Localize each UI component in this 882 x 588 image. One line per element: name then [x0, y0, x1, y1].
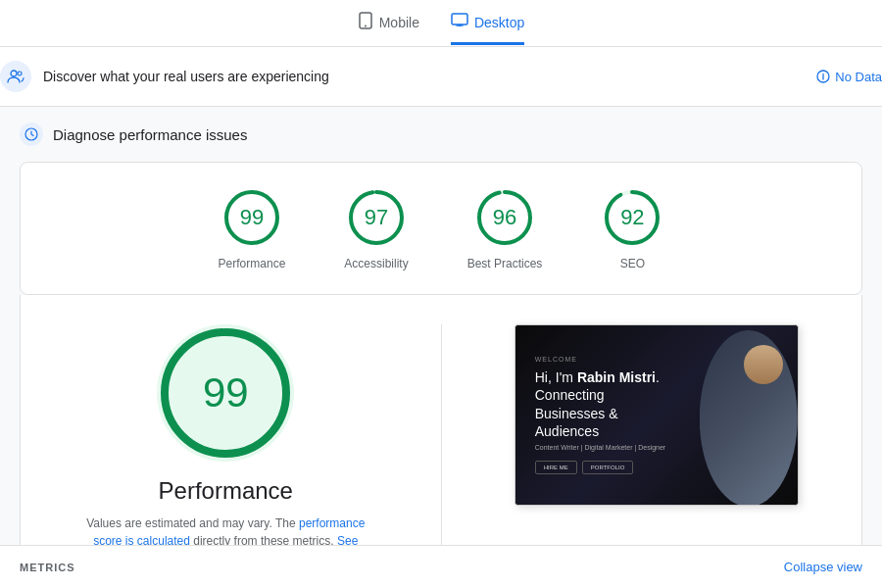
- real-users-banner: Discover what your real users are experi…: [0, 47, 882, 107]
- no-data-button[interactable]: No Data: [816, 70, 882, 84]
- users-icon: [0, 61, 31, 92]
- score-card-best-practices: 96 Best Practices: [467, 186, 543, 270]
- diagnose-icon: [20, 122, 43, 146]
- score-value-seo: 92: [620, 205, 644, 230]
- headline-start: Hi, I'm: [535, 369, 577, 385]
- tab-mobile-label: Mobile: [379, 15, 419, 30]
- nav-tabs: Mobile Desktop: [358, 12, 525, 46]
- collapse-button[interactable]: Collapse view: [784, 560, 862, 574]
- preview-headline: Hi, I'm Rabin Mistri. Connecting Busines…: [535, 368, 668, 440]
- metrics-label: METRICS: [20, 562, 75, 573]
- headline-bold: Rabin Mistri: [577, 369, 656, 385]
- preview-inner: WELCOME Hi, I'm Rabin Mistri. Connecting…: [515, 325, 798, 505]
- top-nav: Mobile Desktop: [0, 0, 882, 47]
- svg-point-1: [365, 25, 367, 27]
- svg-rect-2: [452, 14, 467, 24]
- bottom-bar: METRICS Collapse view: [0, 545, 882, 588]
- score-value-accessibility: 97: [365, 205, 388, 230]
- site-preview: WELCOME Hi, I'm Rabin Mistri. Connecting…: [514, 324, 799, 506]
- svg-point-4: [18, 72, 22, 75]
- mobile-icon: [358, 12, 373, 33]
- preview-buttons: HIRE ME PORTFOLIO: [535, 461, 668, 474]
- score-circle-seo: 92: [601, 186, 663, 249]
- score-value-best-practices: 96: [493, 205, 516, 230]
- headline-line2: Audiences: [535, 423, 599, 439]
- score-value-performance: 99: [240, 205, 264, 230]
- main-content: Diagnose performance issues 99 Performan…: [0, 107, 882, 588]
- tab-desktop[interactable]: Desktop: [451, 13, 524, 45]
- big-score-value: 99: [203, 369, 249, 416]
- score-card-seo: 92 SEO: [601, 186, 663, 270]
- preview-btn-hire: HIRE ME: [535, 461, 577, 474]
- score-label-seo: SEO: [620, 257, 645, 270]
- score-label-best-practices: Best Practices: [467, 257, 543, 270]
- score-card-accessibility: 97 Accessibility: [344, 186, 408, 270]
- preview-btn-portfolio: PORTFOLIO: [582, 461, 634, 474]
- diagnose-header: Diagnose performance issues: [0, 107, 882, 162]
- preview-welcome: WELCOME: [535, 356, 668, 363]
- score-label-performance: Performance: [219, 257, 286, 270]
- big-score-circle: 99: [157, 324, 294, 462]
- banner-text: Discover what your real users are experi…: [43, 69, 329, 84]
- info-icon: [816, 70, 830, 83]
- no-data-label: No Data: [835, 70, 882, 84]
- score-circle-accessibility: 97: [345, 186, 408, 249]
- svg-point-3: [11, 71, 17, 76]
- banner-left: Discover what your real users are experi…: [0, 61, 329, 92]
- tab-desktop-label: Desktop: [474, 15, 524, 30]
- person-face: [744, 345, 783, 384]
- preview-subtitle: Content Writer | Digital Marketer | Desi…: [535, 444, 668, 451]
- score-circle-best-practices: 96: [473, 186, 536, 249]
- diagnose-title: Diagnose performance issues: [53, 126, 247, 143]
- score-circle-performance: 99: [220, 186, 283, 249]
- scores-panel: 99 Performance 97 Accessibility 96 Best …: [20, 162, 862, 295]
- perf-title: Performance: [159, 477, 293, 505]
- desc-text-start: Values are estimated and may vary. The: [86, 516, 295, 530]
- score-label-accessibility: Accessibility: [344, 257, 408, 270]
- score-cards: 99 Performance 97 Accessibility 96 Best …: [44, 186, 838, 270]
- desktop-icon: [451, 13, 468, 32]
- tab-mobile[interactable]: Mobile: [358, 12, 419, 46]
- perf-right: WELCOME Hi, I'm Rabin Mistri. Connecting…: [491, 324, 823, 506]
- score-card-performance: 99 Performance: [219, 186, 286, 270]
